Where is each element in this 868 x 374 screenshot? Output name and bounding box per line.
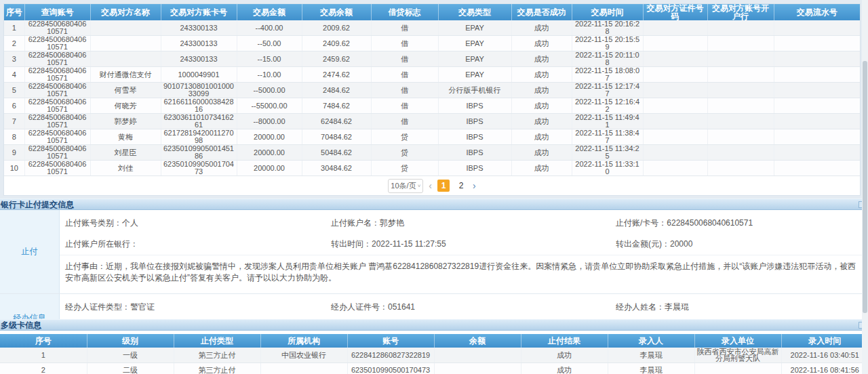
table-cell: [90, 20, 161, 36]
column-header: 交易对方证件号码: [643, 4, 707, 20]
table-cell: [707, 114, 774, 129]
page-button-1[interactable]: 1: [437, 180, 450, 192]
table-cell: [774, 51, 860, 67]
stop-payment-fields: 止付账号类别：个人 止付账户名：郭梦艳 止付账/卡号：6228450068040…: [60, 210, 868, 293]
table-cell: 8: [4, 129, 24, 145]
table-cell: 243300133: [161, 51, 237, 67]
table-row: 76228450068040610571郭梦婷62303611010734162…: [4, 114, 860, 129]
table-row: 1一级第三方止付中国农业银行6228412860827322819成功李晨琨陕西…: [0, 348, 868, 363]
table-cell: [774, 161, 860, 176]
table-cell: [434, 363, 521, 374]
prev-page-button[interactable]: ‹: [429, 180, 432, 191]
page-button-2[interactable]: 2: [455, 180, 467, 192]
table-cell: [707, 83, 774, 98]
table-cell: [707, 145, 774, 161]
table-cell: IBPS: [438, 98, 511, 114]
table-cell: [774, 98, 860, 114]
table-cell: 6235010990500170473: [161, 161, 237, 176]
table-cell: 9010713080100100033099: [161, 83, 237, 98]
table-cell: [774, 36, 860, 51]
table-row: 56228450068040610571何雪琴90107130801001000…: [4, 83, 860, 98]
table-cell: [643, 83, 707, 98]
column-header: 借贷标志: [371, 4, 438, 20]
table-cell: [643, 36, 707, 51]
table-cell: [774, 129, 860, 145]
table-cell: --5000.00: [237, 83, 302, 98]
table-cell: 62484.62: [302, 114, 371, 129]
table-cell: 6216611600003842816: [161, 98, 237, 114]
table-cell: 2022-11-15 20:16:28: [572, 20, 643, 36]
table-cell: 6228450068040610571: [24, 98, 90, 114]
transactions-table: 序号查询账号交易对方名称交易对方账卡号交易金额交易余额借贷标志交易类型交易是否成…: [4, 4, 860, 176]
table-cell: [774, 145, 860, 161]
transfer-amount: 转出金额(元)：20000: [616, 238, 868, 250]
column-header: 交易对方账卡号: [161, 4, 237, 20]
table-cell: 成功: [511, 51, 572, 67]
table-cell: 成功: [511, 67, 572, 83]
table-cell: 6228450068040610571: [24, 83, 90, 98]
table-row: 86228450068040610571黄梅621728194200112709…: [4, 129, 860, 145]
table-cell: 2022-11-15 11:33:10: [572, 161, 643, 176]
page-size-select[interactable]: 10条/页 ˅: [388, 179, 423, 193]
table-cell: [643, 145, 707, 161]
table-cell: 贷: [371, 145, 438, 161]
table-cell: 6228450068040610571: [24, 114, 90, 129]
table-cell: 2: [0, 363, 87, 374]
column-header: 录入时间: [781, 334, 868, 348]
table-cell: [774, 67, 860, 83]
table-cell: IBPS: [438, 161, 511, 176]
table-cell: [90, 36, 161, 51]
table-cell: [707, 98, 774, 114]
stop-payment-group-label: 止付: [0, 210, 60, 293]
column-header: 止付类型: [174, 334, 260, 348]
table-cell: 5: [4, 83, 24, 98]
table-cell: 243300133: [161, 36, 237, 51]
table-cell: IBPS: [438, 129, 511, 145]
table-row: 46228450068040610571财付通微信支付1000049901--1…: [4, 67, 860, 83]
table-cell: [643, 114, 707, 129]
table-cell: 2022-11-15 11:34:25: [572, 145, 643, 161]
table-cell: 成功: [511, 83, 572, 98]
pagination: 10条/页 ˅ ‹ 1 2 ›: [4, 176, 860, 195]
table-cell: --8000.00: [237, 114, 302, 129]
table-cell: 20000.00: [237, 129, 302, 145]
table-cell: 9: [4, 145, 24, 161]
table-cell: 1: [4, 20, 24, 36]
table-cell: [707, 161, 774, 176]
column-header: 交易对方账号开户行: [707, 4, 774, 20]
table-cell: 借: [371, 36, 438, 51]
table-cell: 6235010990500170473: [347, 363, 434, 374]
handler-cert-type: 经办人证件类型：警官证: [65, 302, 331, 313]
table-cell: 第三方止付: [174, 363, 260, 374]
table-cell: 6228412860827322819: [347, 348, 434, 363]
next-page-button[interactable]: ›: [473, 180, 476, 191]
handler-name: 经办人姓名：李晨琨: [616, 302, 868, 313]
table-cell: 2474.62: [302, 67, 371, 83]
table-cell: [774, 20, 860, 36]
table-cell: 6228450068040610571: [24, 51, 90, 67]
column-header: 序号: [4, 4, 24, 20]
scrollbar-thumb[interactable]: [863, 61, 867, 313]
table-cell: 成功: [511, 98, 572, 114]
table-cell: 6228450068040610571: [24, 161, 90, 176]
field-row: 止付账号类别：个人 止付账户名：郭梦艳 止付账/卡号：6228450068040…: [60, 213, 868, 234]
table-cell: 50484.62: [302, 145, 371, 161]
vertical-scrollbar[interactable]: [862, 0, 868, 374]
table-cell: [434, 348, 521, 363]
table-cell: 成功: [511, 145, 572, 161]
table-cell: --50.00: [237, 36, 302, 51]
column-header: 录入单位: [694, 334, 781, 348]
table-cell: [643, 98, 707, 114]
table-cell: EPAY: [438, 20, 511, 36]
table-cell: --10.00: [237, 67, 302, 83]
column-header: 序号: [0, 334, 87, 348]
table-cell: 1000049901: [161, 67, 237, 83]
column-header: 录入人: [608, 334, 694, 348]
table-cell: [643, 67, 707, 83]
table-cell: 成功: [511, 129, 572, 145]
table-cell: 借: [371, 67, 438, 83]
table-cell: 6235010990500145186: [161, 145, 237, 161]
table-cell: 成功: [511, 20, 572, 36]
column-header: 交易时间: [572, 4, 643, 20]
table-row: 96228450068040610571刘星臣62350109905001451…: [4, 145, 860, 161]
